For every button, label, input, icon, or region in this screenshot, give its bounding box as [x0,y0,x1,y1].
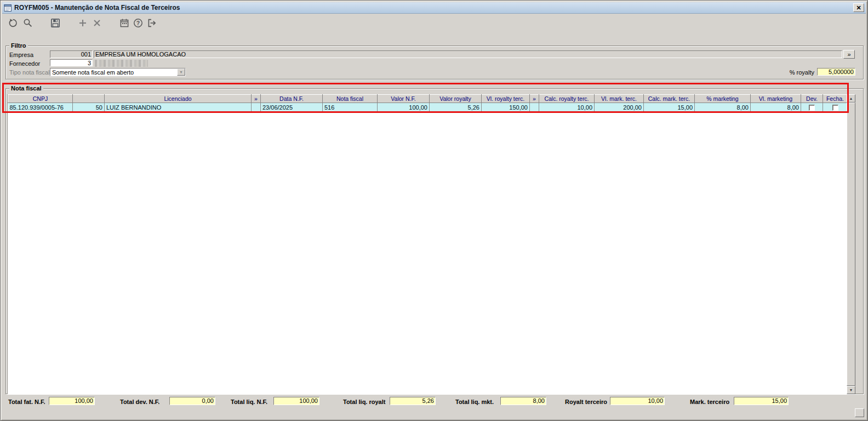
col-header-chevron-2: » [530,95,539,103]
nota-fiscal-groupbox: Nota fiscal CNPJ Licenciado » Data N.F. [5,88,864,394]
svg-text:?: ? [136,20,140,26]
undo-button[interactable] [7,17,19,29]
total-liq-nf-label: Total liq. N.F. [231,399,267,405]
help-icon: ? [133,18,143,28]
cell-fecha-checkbox[interactable] [823,103,848,112]
chevron-down-icon: ▼ [179,70,183,74]
grid-data-row[interactable]: 85.120.939/0005-76 50 LUIZ BERNANDINO 23… [8,103,848,112]
col-header-pct-marketing: % marketing [695,95,751,103]
col-header-data-nf: Data N.F. [261,95,323,103]
col-header-calc-royalty-terc: Calc. royalty terc. [539,95,595,103]
save-icon [50,18,60,28]
dev-checkbox[interactable] [809,105,815,111]
cell-nota-fiscal[interactable]: 516 [323,103,378,112]
cell-valor-nf[interactable]: 100,00 [378,103,430,112]
total-fat-nf-label: Total fat. N.F. [8,399,45,405]
plus-icon [78,18,88,28]
cell-pct-marketing[interactable]: 8,00 [695,103,751,112]
scroll-up-icon: ▲ [849,96,853,100]
undo-icon [8,18,18,28]
lookup-chevrons-icon: » [847,51,850,58]
col-header-licenciado: Licenciado [105,95,252,103]
cell-valor-royalty[interactable]: 5,26 [430,103,482,112]
col-header-valor-royalty: Valor royalty [430,95,482,103]
fecha-checkbox[interactable] [832,105,838,111]
empresa-lookup-button[interactable]: » [843,50,855,59]
empresa-name-field: EMPRESA UM HOMOLOGACAO [94,50,842,58]
fornecedor-name-redacted [95,60,148,67]
grid-table: CNPJ Licenciado » Data N.F. Nota fiscal … [8,94,848,112]
total-liq-mkt-label: Total liq. mkt. [455,399,494,405]
grid-vertical-scrollbar[interactable]: ▲ ▼ [847,94,855,394]
empresa-label: Empresa [9,52,33,58]
cell-vl-marketing[interactable]: 8,00 [751,103,801,112]
nota-fiscal-grid: CNPJ Licenciado » Data N.F. Nota fiscal … [7,94,847,394]
nota-fiscal-legend: Nota fiscal [9,84,43,92]
total-fat-nf-field: 100,00 [49,397,95,405]
mark-terceiro-field: 15,00 [734,397,789,405]
col-header-cnpj: CNPJ [8,95,73,103]
scroll-up-button[interactable]: ▲ [847,94,855,103]
tipo-nota-fiscal-label: Tipo nota fiscal [9,69,50,76]
combo-dropdown-button[interactable]: ▼ [177,69,185,76]
add-button[interactable] [77,17,89,29]
resize-grip[interactable] [855,408,864,417]
cell-vl-mark-terc[interactable]: 200,00 [595,103,644,112]
cell-chevron-1[interactable] [252,103,261,112]
col-header-vl-royalty-terc: Vl. royalty terc. [482,95,530,103]
calendar-icon [119,18,129,28]
tipo-nota-fiscal-combo[interactable]: Somente nota fiscal em aberto ▼ [50,68,186,76]
empresa-code-field: 001 [50,50,93,58]
filtro-groupbox: Filtro Empresa 001 EMPRESA UM HOMOLOGACA… [5,45,864,79]
delete-button[interactable] [91,17,103,29]
grid-header-row: CNPJ Licenciado » Data N.F. Nota fiscal … [8,95,848,103]
exit-icon [147,18,157,28]
filtro-legend: Filtro [9,42,28,49]
toolbar: ? [2,14,866,32]
cell-codigo[interactable]: 50 [73,103,105,112]
cell-calc-mark-terc[interactable]: 15,00 [644,103,695,112]
col-header-vl-mark-terc: Vl. mark. terc. [595,95,644,103]
fornecedor-label: Fornecedor [9,60,40,67]
calendar-button[interactable] [118,17,130,29]
royalty-label: % royalty [770,69,814,76]
royalt-terceiro-field: 10,00 [610,397,665,405]
cell-vl-royalty-terc[interactable]: 150,00 [482,103,530,112]
total-dev-nf-label: Total dev. N.F. [120,399,159,405]
royalt-terceiro-label: Royalt terceiro [565,399,607,405]
mark-terceiro-label: Mark. terceiro [690,399,729,405]
window-title: ROYFM005 - Manutenção de Nota Fiscal de … [14,4,180,12]
tipo-nota-fiscal-value: Somente nota fiscal em aberto [50,69,177,76]
col-header-chevron-1: » [252,95,261,103]
total-liq-nf-field: 100,00 [273,397,319,405]
col-header-codigo [73,95,105,103]
titlebar[interactable]: ROYFM005 - Manutenção de Nota Fiscal de … [2,2,866,14]
total-liq-royalt-field: 5,26 [390,397,436,405]
cell-licenciado[interactable]: LUIZ BERNANDINO [105,103,252,112]
search-icon [23,18,33,28]
cell-calc-royalty-terc[interactable]: 10,00 [539,103,595,112]
col-header-dev: Dev. [801,95,823,103]
scroll-down-button[interactable]: ▼ [847,386,855,394]
cell-chevron-2[interactable] [530,103,539,112]
cell-dev-checkbox[interactable] [801,103,823,112]
fornecedor-code-field[interactable]: 3 [50,59,93,66]
close-button[interactable]: ✕ [853,3,864,12]
cell-cnpj[interactable]: 85.120.939/0005-76 [8,103,73,112]
exit-button[interactable] [146,17,158,29]
total-liq-mkt-field: 8,00 [500,397,546,405]
search-button[interactable] [22,17,34,29]
help-button[interactable]: ? [132,17,144,29]
save-button[interactable] [49,17,61,29]
close-icon: ✕ [856,4,861,12]
col-header-nota-fiscal: Nota fiscal [323,95,378,103]
delete-icon [92,18,102,28]
scrollbar-thumb[interactable] [847,103,855,386]
total-liq-royalt-label: Total liq. royalt [343,399,385,405]
app-window: ROYFM005 - Manutenção de Nota Fiscal de … [0,0,868,421]
app-icon [4,4,12,12]
cell-data-nf[interactable]: 23/06/2025 [261,103,323,112]
col-header-vl-marketing: Vl. marketing [751,95,801,103]
royalty-field[interactable]: 5,000000 [817,68,855,76]
scroll-down-icon: ▼ [849,388,853,392]
